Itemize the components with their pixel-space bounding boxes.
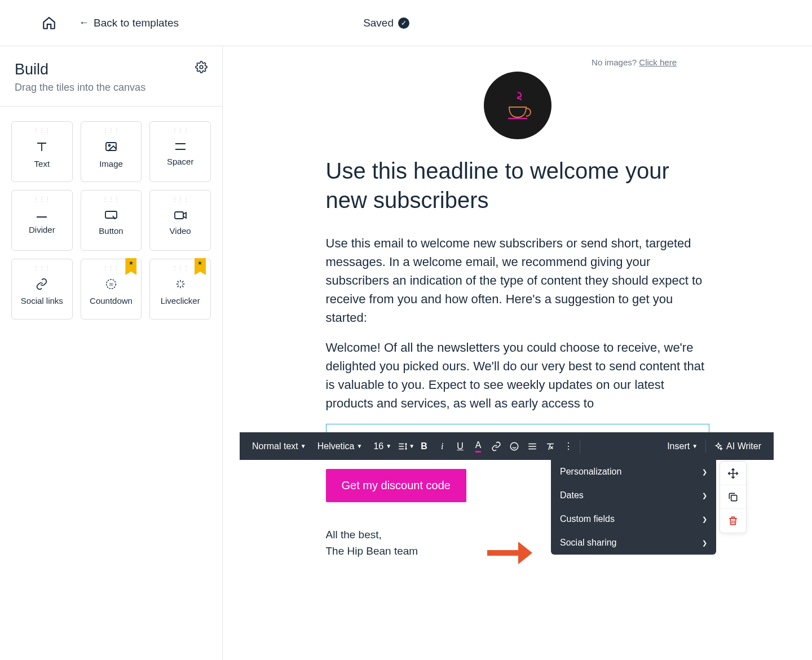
tile-video[interactable]: ⋮⋮⋮ Video (149, 190, 211, 251)
dropdown-item-custom-fields[interactable]: Custom fields❯ (551, 507, 716, 531)
dropdown-item-personalization[interactable]: Personalization❯ (551, 460, 716, 484)
tile-spacer[interactable]: ⋮⋮⋮ Spacer (149, 121, 211, 182)
svg-point-0 (200, 65, 203, 69)
line-height-icon[interactable]: ▼ (397, 441, 415, 451)
insert-dropdown: Personalization❯ Dates❯ Custom fields❯ S… (551, 460, 716, 555)
svg-point-7 (510, 442, 518, 450)
tile-countdown[interactable]: ⋮⋮⋮ 30 Countdown (81, 259, 142, 320)
image-icon (104, 140, 118, 156)
tile-image[interactable]: ⋮⋮⋮ Image (81, 121, 142, 182)
italic-icon[interactable]: i (433, 441, 451, 451)
chevron-right-icon: ❯ (702, 468, 707, 476)
grip-icon: ⋮⋮⋮ (172, 265, 189, 271)
back-label: Back to templates (94, 17, 179, 29)
email-headline[interactable]: Use this headline to welcome your new su… (326, 156, 709, 215)
cta-button[interactable]: Get my discount code (326, 469, 466, 502)
grip-icon: ⋮⋮⋮ (33, 265, 50, 271)
svg-point-2 (108, 144, 110, 146)
grip-icon: ⋮⋮⋮ (33, 196, 50, 202)
svg-rect-8 (731, 495, 737, 500)
tile-button[interactable]: ⋮⋮⋮ Button (81, 190, 142, 251)
grip-icon: ⋮⋮⋮ (172, 127, 189, 134)
saved-status: Saved ✓ (363, 17, 409, 29)
tile-liveclicker[interactable]: ⋮⋮⋮ Liveclicker (149, 259, 211, 320)
grip-icon: ⋮⋮⋮ (33, 127, 50, 134)
grip-icon: ⋮⋮⋮ (103, 127, 120, 134)
more-icon[interactable]: ⋮ (559, 441, 577, 451)
link-icon (36, 278, 48, 293)
tile-label: Countdown (90, 296, 133, 305)
toolbar-text-style[interactable]: Normal text▼ (246, 441, 312, 451)
toolbar-font[interactable]: Helvetica▼ (312, 441, 368, 451)
toolbar-ai-writer[interactable]: AI Writer (708, 441, 767, 451)
grip-icon: ⋮⋮⋮ (103, 196, 120, 202)
tile-label: Liveclicker (161, 296, 200, 305)
sidebar-subtitle: Drag the tiles into the canvas (15, 82, 145, 94)
no-images-link[interactable]: Click here (639, 57, 677, 67)
tile-label: Spacer (167, 157, 194, 166)
callout-arrow-icon (484, 533, 535, 569)
toolbar-insert[interactable]: Insert▼ (661, 441, 703, 451)
sidebar-title: Build (15, 61, 145, 78)
dropdown-item-dates[interactable]: Dates❯ (551, 484, 716, 507)
underline-icon[interactable]: U (451, 441, 469, 451)
check-icon: ✓ (398, 17, 409, 29)
svg-rect-4 (175, 212, 183, 219)
arrow-left-icon: ← (79, 17, 89, 29)
spacer-icon (174, 142, 187, 153)
tile-social-links[interactable]: ⋮⋮⋮ Social links (11, 259, 73, 320)
svg-rect-3 (105, 211, 117, 218)
sparkle-icon (174, 278, 187, 293)
move-icon[interactable] (720, 462, 746, 485)
email-paragraph-2[interactable]: Welcome! Of all the newsletters you coul… (326, 338, 709, 413)
svg-text:30: 30 (109, 282, 113, 286)
grip-icon: ⋮⋮⋮ (103, 265, 120, 271)
chevron-right-icon: ❯ (702, 516, 707, 523)
clear-format-icon[interactable] (541, 441, 559, 451)
tile-label: Video (170, 226, 191, 236)
text-icon (35, 140, 48, 156)
star-badge (125, 258, 136, 275)
button-icon (104, 210, 118, 223)
text-toolbar: Normal text▼ Helvetica▼ 16▼ ▼ B i U A ⋮ … (240, 432, 774, 460)
gear-icon[interactable] (195, 61, 208, 76)
star-badge (195, 258, 206, 275)
svg-rect-1 (106, 143, 116, 150)
duplicate-icon[interactable] (720, 485, 746, 509)
toolbar-font-size[interactable]: 16▼ (368, 441, 397, 451)
emoji-icon[interactable] (505, 441, 523, 451)
tile-text[interactable]: ⋮⋮⋮ Text (11, 121, 73, 182)
back-to-templates-link[interactable]: ← Back to templates (79, 17, 179, 29)
tile-label: Button (99, 226, 123, 236)
delete-icon[interactable] (720, 509, 746, 533)
tile-label: Text (34, 159, 50, 169)
no-images-hint: No images? Click here (245, 57, 789, 67)
video-icon (174, 210, 187, 223)
bold-icon[interactable]: B (415, 441, 433, 451)
divider-icon (35, 211, 48, 222)
chevron-right-icon: ❯ (702, 492, 707, 499)
block-actions (720, 461, 747, 533)
chevron-right-icon: ❯ (702, 539, 707, 547)
sidebar: Build Drag the tiles into the canvas ⋮⋮⋮… (0, 46, 223, 660)
dropdown-item-social-sharing[interactable]: Social sharing❯ (551, 531, 716, 555)
email-paragraph-1[interactable]: Use this email to welcome new subscriber… (326, 234, 709, 327)
home-icon[interactable] (42, 16, 56, 30)
text-color-icon[interactable]: A (469, 440, 487, 453)
grip-icon: ⋮⋮⋮ (172, 196, 189, 202)
tile-divider[interactable]: ⋮⋮⋮ Divider (11, 190, 73, 251)
link-icon[interactable] (487, 441, 505, 451)
tile-label: Image (99, 159, 123, 169)
brand-logo (484, 72, 551, 139)
countdown-icon: 30 (105, 278, 117, 293)
tile-label: Social links (21, 296, 63, 305)
align-icon[interactable] (523, 441, 541, 451)
saved-label: Saved (363, 17, 394, 29)
tile-label: Divider (29, 225, 55, 234)
